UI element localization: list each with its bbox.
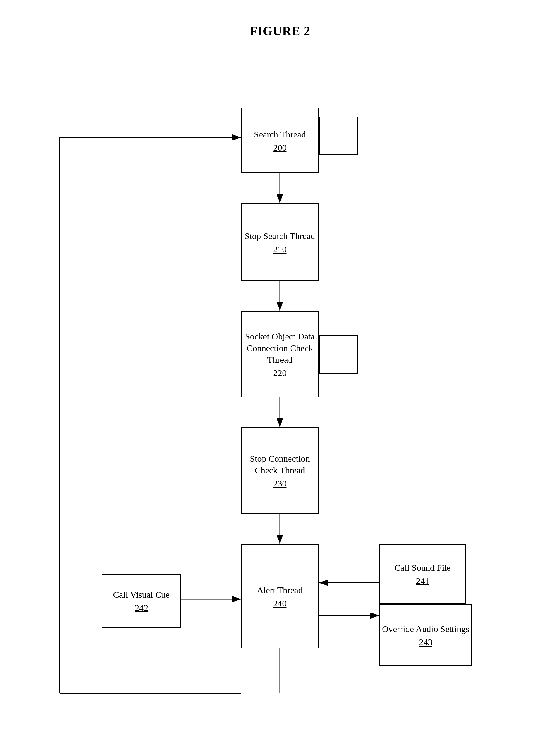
socket-feedback-box: [319, 335, 358, 374]
stop-connection-number: 230: [273, 479, 287, 489]
stop-search-thread-box: Stop Search Thread 210: [241, 203, 319, 281]
override-audio-box: Override Audio Settings 243: [379, 604, 472, 666]
search-thread-label: Search Thread: [254, 128, 306, 140]
override-audio-label: Override Audio Settings: [382, 623, 469, 635]
alert-thread-number: 240: [273, 598, 287, 608]
alert-thread-label: Alert Thread: [257, 584, 303, 596]
stop-connection-box: Stop Connection Check Thread 230: [241, 427, 319, 514]
socket-object-box: Socket Object Data Connection Check Thre…: [241, 311, 319, 398]
stop-search-thread-label: Stop Search Thread: [245, 230, 315, 242]
socket-object-number: 220: [273, 368, 287, 378]
diagram-container: Search Thread 200 Stop Search Thread 210…: [0, 48, 560, 736]
page-title: FIGURE 2: [0, 0, 560, 38]
call-sound-file-label: Call Sound File: [395, 562, 451, 574]
override-audio-number: 243: [419, 637, 432, 647]
call-visual-cue-number: 242: [135, 603, 148, 613]
stop-search-thread-number: 210: [273, 244, 287, 254]
socket-object-label: Socket Object Data Connection Check Thre…: [242, 330, 318, 365]
search-thread-feedback-box: [319, 116, 358, 155]
call-visual-cue-label: Call Visual Cue: [113, 589, 170, 600]
stop-connection-label: Stop Connection Check Thread: [242, 453, 318, 476]
search-thread-number: 200: [273, 142, 287, 153]
call-sound-file-box: Call Sound File 241: [379, 544, 466, 604]
call-visual-cue-box: Call Visual Cue 242: [102, 574, 181, 628]
search-thread-box: Search Thread 200: [241, 108, 319, 173]
alert-thread-box: Alert Thread 240: [241, 544, 319, 648]
call-sound-file-number: 241: [416, 576, 429, 586]
